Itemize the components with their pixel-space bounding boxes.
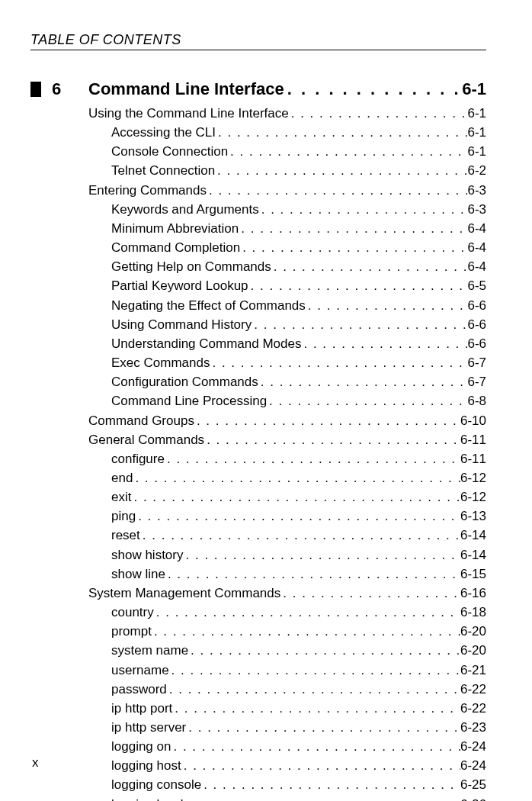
toc-entry: Command Groups . . . . . . . . . . . . .…	[88, 411, 486, 430]
toc-entry-label: Using Command History	[111, 315, 252, 334]
toc-entry-page: 6-4	[467, 238, 486, 257]
toc-entry-page: 6-14	[460, 526, 486, 545]
leader-dots: . . . . . . . . . . . . . . . . . . . . …	[301, 334, 467, 353]
chapter-title: Command Line Interface	[88, 79, 284, 99]
chapter-title-wrap: Command Line Interface . . . . . . . . .…	[88, 79, 486, 99]
page-number: x	[32, 755, 39, 770]
toc-entry: ip http port . . . . . . . . . . . . . .…	[111, 699, 486, 718]
toc-entry: reset . . . . . . . . . . . . . . . . . …	[111, 526, 486, 545]
toc-entry-page: 6-3	[467, 181, 486, 200]
leader-dots: . . . . . . . . . . . . . . . . . . . . …	[204, 430, 460, 449]
toc-entry-page: 6-7	[467, 372, 486, 391]
leader-dots: . . . . . . . . . . . . . . . . . . . . …	[171, 737, 460, 756]
toc-entry-label: end	[111, 468, 133, 487]
leader-dots: . . . . . . . . . . . . . . . . . . . . …	[184, 795, 460, 801]
toc-entry: Console Connection . . . . . . . . . . .…	[111, 142, 486, 161]
toc-entry-label: Entering Commands	[88, 181, 207, 200]
toc-entry-page: 6-13	[460, 507, 486, 526]
toc-entry-label: show line	[111, 565, 165, 584]
toc-entry-page: 6-16	[460, 584, 486, 603]
toc-entry-page: 6-24	[460, 756, 486, 775]
toc-entry: show line . . . . . . . . . . . . . . . …	[111, 565, 486, 584]
toc-entry-page: 6-6	[467, 334, 486, 353]
toc-entry: Partial Keyword Lookup . . . . . . . . .…	[111, 276, 486, 295]
toc-entry-label: Understanding Command Modes	[111, 334, 301, 353]
chapter-marker-icon	[30, 82, 41, 97]
toc-entry: logging console . . . . . . . . . . . . …	[111, 775, 486, 794]
toc-entry: show history . . . . . . . . . . . . . .…	[111, 545, 486, 565]
leader-dots: . . . . . . . . . . . . . . . . . . . . …	[215, 161, 467, 180]
toc-entry: Command Completion . . . . . . . . . . .…	[111, 238, 486, 257]
leader-dots: . . . . . . . . . . . . . . . . . . . . …	[181, 756, 460, 775]
toc-entry: logging host . . . . . . . . . . . . . .…	[111, 756, 486, 775]
toc-entry: logging level . . . . . . . . . . . . . …	[111, 795, 486, 801]
toc-entry-page: 6-12	[460, 487, 486, 507]
leader-dots: . . . . . . . . . . . . . . . . . . . . …	[216, 123, 467, 142]
toc-entry-label: Negating the Effect of Commands	[111, 296, 306, 315]
toc-entry-label: reset	[111, 526, 140, 545]
toc-entry-page: 6-4	[467, 257, 486, 276]
toc-entry: Negating the Effect of Commands . . . . …	[111, 296, 486, 315]
toc-entry-label: Keywords and Arguments	[111, 200, 259, 219]
toc-entry: end . . . . . . . . . . . . . . . . . . …	[111, 468, 486, 487]
chapter-page: 6-1	[462, 79, 486, 99]
leader-dots: . . . . . . . . . . . . . . . . . . . . …	[289, 104, 468, 123]
toc-entry-label: show history	[111, 545, 183, 565]
toc-entry-page: 6-6	[467, 296, 486, 315]
toc-entry: System Management Commands . . . . . . .…	[88, 584, 486, 603]
toc-entry-page: 6-22	[460, 699, 486, 718]
toc-entry: username . . . . . . . . . . . . . . . .…	[111, 661, 486, 680]
toc-entry-label: General Commands	[88, 430, 204, 449]
toc-entry: exit . . . . . . . . . . . . . . . . . .…	[111, 487, 486, 507]
chapter-leader-dots: . . . . . . . . . . . . . . . . . . . . …	[284, 79, 462, 99]
leader-dots: . . . . . . . . . . . . . . . . . . . . …	[239, 219, 467, 238]
toc-entry: password . . . . . . . . . . . . . . . .…	[111, 680, 486, 699]
toc-entry: ping . . . . . . . . . . . . . . . . . .…	[111, 507, 486, 526]
toc-entry: country . . . . . . . . . . . . . . . . …	[111, 603, 486, 622]
toc-entry-label: logging on	[111, 737, 171, 756]
leader-dots: . . . . . . . . . . . . . . . . . . . . …	[188, 641, 460, 660]
toc-entry-page: 6-7	[467, 353, 486, 372]
toc-entry-label: exit	[111, 487, 131, 507]
toc-entry-page: 6-20	[460, 622, 486, 641]
toc-entry-label: System Management Commands	[88, 584, 280, 603]
toc-entry-label: Accessing the CLI	[111, 123, 216, 142]
toc-entry-page: 6-15	[460, 565, 486, 584]
chapter-heading: 6 Command Line Interface . . . . . . . .…	[30, 79, 486, 99]
toc-entry-page: 6-12	[460, 468, 486, 487]
leader-dots: . . . . . . . . . . . . . . . . . . . . …	[258, 372, 468, 391]
toc-entry-label: ip http port	[111, 699, 172, 718]
leader-dots: . . . . . . . . . . . . . . . . . . . . …	[169, 661, 460, 680]
toc-entry-label: logging console	[111, 775, 201, 794]
toc-body: Using the Command Line Interface . . . .…	[30, 104, 486, 801]
leader-dots: . . . . . . . . . . . . . . . . . . . . …	[207, 181, 467, 200]
leader-dots: . . . . . . . . . . . . . . . . . . . . …	[167, 680, 460, 699]
toc-entry-label: ip http server	[111, 718, 186, 737]
leader-dots: . . . . . . . . . . . . . . . . . . . . …	[131, 487, 460, 507]
leader-dots: . . . . . . . . . . . . . . . . . . . . …	[165, 565, 460, 584]
toc-entry: Using the Command Line Interface . . . .…	[88, 104, 486, 123]
leader-dots: . . . . . . . . . . . . . . . . . . . . …	[228, 142, 467, 161]
toc-entry-label: Console Connection	[111, 142, 228, 161]
toc-entry-page: 6-1	[467, 123, 486, 142]
toc-entry: system name . . . . . . . . . . . . . . …	[111, 641, 486, 660]
toc-entry: configure . . . . . . . . . . . . . . . …	[111, 449, 486, 468]
toc-entry-label: system name	[111, 641, 188, 660]
toc-entry-page: 6-1	[467, 104, 486, 123]
toc-entry: Command Line Processing . . . . . . . . …	[111, 391, 486, 410]
toc-entry-page: 6-21	[460, 661, 486, 680]
toc-entry-page: 6-11	[460, 430, 486, 449]
toc-entry-page: 6-26	[460, 795, 486, 801]
leader-dots: . . . . . . . . . . . . . . . . . . . . …	[172, 699, 460, 718]
leader-dots: . . . . . . . . . . . . . . . . . . . . …	[154, 603, 460, 622]
leader-dots: . . . . . . . . . . . . . . . . . . . . …	[133, 468, 460, 487]
toc-entry-label: Getting Help on Commands	[111, 257, 271, 276]
leader-dots: . . . . . . . . . . . . . . . . . . . . …	[259, 200, 468, 219]
leader-dots: . . . . . . . . . . . . . . . . . . . . …	[248, 276, 468, 295]
toc-entry: Accessing the CLI . . . . . . . . . . . …	[111, 123, 486, 142]
leader-dots: . . . . . . . . . . . . . . . . . . . . …	[267, 391, 467, 410]
toc-entry-label: Command Groups	[88, 411, 194, 430]
toc-entry-page: 6-11	[460, 449, 486, 468]
leader-dots: . . . . . . . . . . . . . . . . . . . . …	[186, 718, 460, 737]
toc-entry-label: country	[111, 603, 154, 622]
